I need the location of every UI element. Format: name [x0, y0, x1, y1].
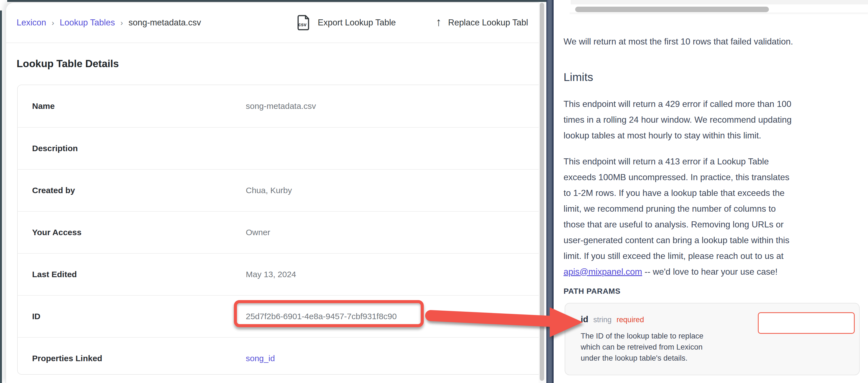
limits-paragraph-2-text: This endpoint will return a 413 error if…: [563, 156, 789, 261]
limits-paragraph-2-tail: -- we'd love to hear your use case!: [642, 267, 777, 277]
api-docs-panel: We will return at most the first 10 rows…: [554, 0, 868, 383]
detail-value-name: song-metadata.csv: [246, 101, 316, 111]
detail-label: ID: [32, 312, 40, 321]
breadcrumb-lexicon[interactable]: Lexicon: [17, 18, 46, 28]
detail-row-name: Name song-metadata.csv: [18, 85, 539, 127]
path-param-card: id string required The ID of the lookup …: [565, 303, 860, 375]
replace-lookup-table-button[interactable]: ↑ Replace Lookup Tabl: [436, 3, 528, 42]
window-left-edge: [0, 10, 2, 383]
export-lookup-table-button[interactable]: csv Export Lookup Table: [296, 3, 396, 42]
param-header: id string required: [581, 314, 644, 324]
apis-mixpanel-email-link[interactable]: apis@mixpanel.com: [563, 267, 642, 277]
detail-value-last-edited: May 13, 2024: [246, 270, 296, 279]
docs-intro-text: We will return at most the first 10 rows…: [563, 34, 864, 49]
window-divider: [547, 0, 554, 383]
breadcrumb-separator-icon: ›: [120, 19, 123, 27]
param-id-input[interactable]: [758, 312, 855, 334]
detail-row-description: Description: [18, 127, 539, 169]
detail-label: Created by: [32, 186, 75, 195]
export-button-label: Export Lookup Table: [318, 18, 396, 28]
screen: Lexicon › Lookup Tables › song-metadata.…: [0, 0, 868, 383]
detail-row-created-by: Created by Chua, Kurby: [18, 169, 539, 211]
detail-value-properties-linked-link[interactable]: song_id: [246, 354, 275, 363]
breadcrumb-separator-icon: ›: [52, 19, 54, 27]
detail-row-id: ID 25d7f2b6-6901-4e8a-9457-7cbf931f8c90: [18, 295, 539, 337]
docs-scrollbar-area: [571, 0, 868, 4]
breadcrumb-current-file: song-metadata.csv: [128, 18, 201, 28]
limits-heading: Limits: [563, 71, 593, 84]
detail-row-properties-linked: Properties Linked song_id: [18, 337, 539, 379]
limits-paragraph-2: This endpoint will return a 413 error if…: [563, 154, 864, 280]
detail-label: Your Access: [32, 228, 82, 237]
path-params-label: PATH PARAMS: [563, 287, 621, 296]
lookup-table-details-panel: Lexicon › Lookup Tables › song-metadata.…: [5, 2, 539, 383]
detail-value-created-by: Chua, Kurby: [246, 186, 292, 195]
details-card: Name song-metadata.csv Description Creat…: [17, 84, 539, 375]
docs-top-divider: [569, 13, 868, 13]
panel-header: Lexicon › Lookup Tables › song-metadata.…: [6, 3, 539, 43]
breadcrumb-lookup-tables[interactable]: Lookup Tables: [60, 18, 115, 28]
detail-row-your-access: Your Access Owner: [18, 211, 539, 253]
vertical-scrollbar-thumb[interactable]: [540, 3, 544, 381]
page-title: Lookup Table Details: [17, 58, 119, 70]
detail-label: Last Edited: [32, 270, 77, 279]
upload-arrow-icon: ↑: [436, 16, 441, 28]
svg-text:csv: csv: [298, 22, 306, 27]
replace-button-label: Replace Lookup Tabl: [448, 18, 528, 28]
csv-file-icon: csv: [296, 14, 311, 31]
param-description: The ID of the lookup table to replace wh…: [581, 330, 752, 364]
detail-row-last-edited: Last Edited May 13, 2024: [18, 253, 539, 295]
detail-label: Name: [32, 101, 55, 111]
detail-value-your-access: Owner: [246, 228, 270, 237]
breadcrumb: Lexicon › Lookup Tables › song-metadata.…: [17, 3, 201, 42]
window-top-edge: [7, 0, 547, 2]
detail-label: Properties Linked: [32, 354, 102, 363]
param-name: id: [581, 314, 588, 324]
param-required-badge: required: [617, 316, 644, 324]
horizontal-scrollbar-thumb[interactable]: [575, 7, 769, 12]
param-type: string: [593, 316, 612, 324]
detail-label: Description: [32, 144, 78, 153]
limits-paragraph-1: This endpoint will return a 429 error if…: [563, 96, 864, 143]
detail-value-id: 25d7f2b6-6901-4e8a-9457-7cbf931f8c90: [246, 312, 397, 321]
